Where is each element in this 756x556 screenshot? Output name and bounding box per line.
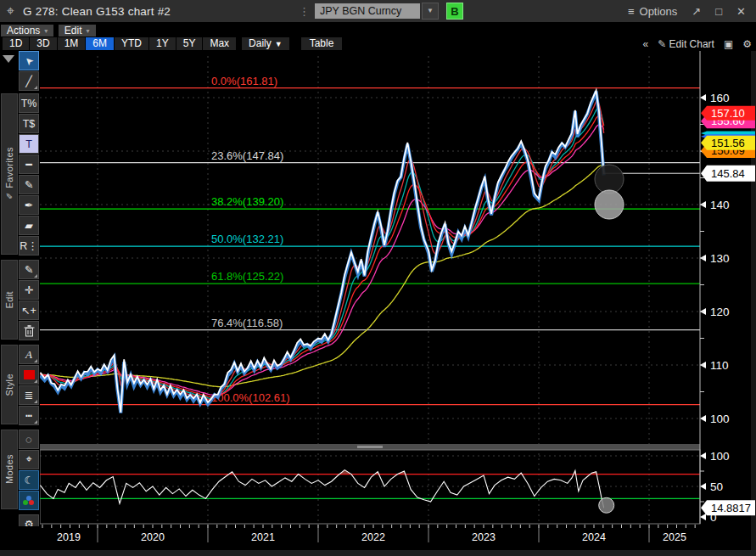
line-style-tool-icon: ┅ — [25, 409, 32, 422]
percent-label-tool[interactable]: T% — [19, 93, 39, 113]
edit-menu[interactable]: Edit▾ — [59, 25, 96, 37]
timeframe-3d[interactable]: 3D — [30, 37, 57, 50]
trendline-tool[interactable]: ╱ — [19, 71, 39, 91]
lasso-tool-icon: ◌ — [25, 434, 31, 446]
magnet-tool-icon: ⌖ — [25, 453, 31, 466]
lasso-tool[interactable]: ◌ — [19, 430, 39, 449]
text-tool[interactable]: T — [19, 134, 39, 154]
popout-icon[interactable]: ↗ — [692, 5, 701, 18]
font-tool-icon: A — [25, 348, 32, 362]
price-badge-151.56-text: 151.56 — [711, 137, 745, 149]
sidebar-group-label: ✎ Favorites — [4, 147, 14, 200]
price-badge-145.84-text: 145.84 — [711, 167, 745, 180]
maximize-icon[interactable]: □ — [715, 5, 722, 18]
percent-label-tool-icon: T% — [21, 98, 37, 110]
sidebar-group-style[interactable]: Style — [1, 345, 18, 424]
cursor-tool[interactable]: ➤ — [19, 51, 39, 70]
splitter-handle[interactable] — [357, 446, 383, 448]
timeframe-1m[interactable]: 1M — [58, 37, 87, 50]
timeframe-ytd[interactable]: YTD — [115, 37, 149, 50]
timeframe-6m[interactable]: 6M — [86, 37, 115, 50]
bottom-left-gap — [0, 526, 40, 550]
sidebar-group-favorites[interactable]: ✎ Favorites — [1, 93, 18, 255]
year-label-2019: 2019 — [57, 531, 81, 543]
color-swatch-icon — [24, 370, 35, 379]
sidebar-group-label: Edit — [4, 291, 14, 309]
regression-tool[interactable]: R⋮ — [19, 236, 39, 256]
horizontal-line-tool[interactable]: ━ — [19, 154, 39, 174]
table-button[interactable]: Table — [301, 37, 343, 50]
menu-icon: ≡ — [628, 5, 635, 18]
axis-tick-label: 120 — [710, 306, 730, 318]
sidebar-group-label: Style — [4, 373, 14, 396]
move-window-icon[interactable]: ⌖ — [7, 3, 14, 19]
axis-tick-label: 160 — [710, 92, 730, 104]
fib-label: 23.6%(147.84) — [211, 149, 283, 162]
fib-handle-top[interactable] — [595, 165, 624, 194]
year-label-2024: 2024 — [582, 531, 606, 543]
line-width-tool[interactable]: ≣ — [19, 385, 39, 405]
chart-canvas[interactable]: 0.0%(161.81)23.6%(147.84)38.2%(139.20)50… — [40, 51, 756, 550]
pen-tool[interactable]: ✒ — [19, 195, 39, 215]
timeframe-max[interactable]: Max — [203, 37, 237, 50]
edit-pencil-tool[interactable]: ✎ — [19, 260, 39, 279]
sidebar-group-edit[interactable]: Edit — [1, 260, 18, 340]
security-input[interactable]: JPY BGN Curncy — [315, 3, 420, 19]
fib-label: 0.0%(161.81) — [211, 75, 277, 87]
pen-tool-icon: ✒ — [25, 199, 33, 211]
crescent-mode-tool[interactable]: ☾ — [19, 470, 39, 490]
brush-tool[interactable]: ✎ — [19, 175, 39, 194]
close-icon[interactable]: ✕ — [736, 5, 746, 18]
channel-tool[interactable]: ▰ — [19, 216, 39, 235]
actions-menu[interactable]: Actions▾ — [1, 25, 53, 37]
edit-pencil-tool-icon: ✎ — [25, 263, 33, 276]
sidebar-group-label: Modes — [4, 454, 14, 484]
options-button[interactable]: ≡Options — [628, 5, 677, 18]
year-label-2021: 2021 — [251, 531, 275, 543]
axis-tick-label: 100 — [710, 450, 730, 463]
axis-tick-label: 50 — [710, 480, 723, 493]
year-label-2025: 2025 — [663, 531, 686, 543]
menu-bar: Actions▾ Edit▾ — [0, 22, 756, 37]
line-style-tool[interactable]: ┅ — [19, 406, 39, 425]
text-tool-icon: T — [25, 138, 32, 150]
timeframe-1y[interactable]: 1Y — [149, 37, 176, 50]
timeframe-5y[interactable]: 5Y — [176, 37, 204, 50]
fib-handle-bottom[interactable] — [595, 190, 624, 219]
collapse-caret-icon[interactable] — [3, 55, 14, 63]
year-label-2020: 2020 — [141, 531, 165, 543]
move-tool[interactable]: ✛ — [19, 280, 39, 300]
axis-tick-label: 130 — [710, 252, 730, 265]
select-add-tool[interactable]: ↖+ — [19, 300, 39, 320]
instrument-cluster: ⋮ JPY BGN Curncy ▼ B — [299, 3, 463, 20]
trendline-tool-icon: ╱ — [25, 75, 32, 87]
security-dropdown-button[interactable]: ▼ — [422, 3, 439, 20]
panel-letter-badge[interactable]: B — [446, 3, 463, 20]
axis-tick-label: 100 — [710, 413, 730, 425]
edit-chart-button[interactable]: ✎ Edit Chart — [658, 38, 714, 50]
select-add-tool-icon: ↖+ — [21, 304, 36, 317]
chart-settings-icon[interactable]: ▣ — [724, 38, 733, 50]
timeframe-toolbar: 1D3D1M6MYTD1Y5YMax Daily▼ Table « ✎ Edit… — [0, 37, 756, 51]
window-title: G 278: Clean G153 chart #2 — [23, 5, 171, 18]
color-mode-tool[interactable] — [19, 491, 39, 510]
font-tool[interactable]: A — [19, 345, 39, 364]
collapse-icon[interactable]: « — [642, 38, 648, 50]
rgb-dots-icon — [23, 496, 35, 506]
gear-icon[interactable]: ⚙ — [742, 38, 752, 50]
move-tool-icon: ✛ — [25, 284, 33, 296]
rsi-handle[interactable] — [599, 497, 614, 513]
fib-label: 50.0%(132.21) — [211, 233, 283, 245]
sidebar-tool-strip: ➤╱T%T$T━✎✒▰R⋮✎✛↖+A≣┅◌⌖☾⚙ — [18, 51, 40, 539]
timeframe-1d[interactable]: 1D — [3, 37, 30, 50]
delete-tool[interactable] — [19, 321, 39, 340]
price-label-tool[interactable]: T$ — [19, 114, 39, 133]
sidebar-group-modes[interactable]: Modes — [1, 430, 18, 509]
color-swatch-tool[interactable] — [19, 365, 39, 385]
trash-icon — [24, 325, 35, 337]
pencil-icon: ✎ — [658, 38, 666, 50]
fib-label: 76.4%(116.58) — [211, 317, 283, 329]
magnet-tool[interactable]: ⌖ — [19, 450, 39, 469]
period-dropdown[interactable]: Daily▼ — [242, 37, 289, 50]
rsi-badge-text: 14.8817 — [711, 502, 751, 514]
